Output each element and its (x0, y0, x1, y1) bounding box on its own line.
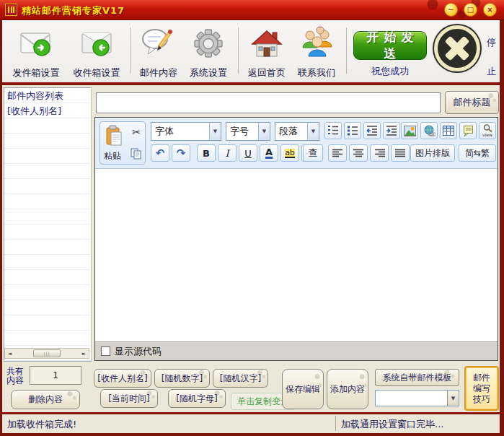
list-item[interactable]: [收件人别名] (7, 105, 61, 118)
close-button[interactable]: × (483, 3, 497, 17)
maximize-button[interactable]: □ (464, 3, 477, 17)
list-header: 邮件内容列表 (7, 90, 63, 103)
send-area: 开始发送 祝您成功 (351, 25, 429, 81)
paste-button[interactable]: 粘贴 ✂ (100, 121, 146, 165)
editor-canvas[interactable] (95, 168, 498, 341)
convert-simplified-traditional-button[interactable]: 简⇆繁 (459, 144, 496, 162)
home-icon (248, 25, 286, 62)
system-template-button[interactable]: 系统自带邮件模板 (375, 369, 459, 386)
insert-table-button[interactable] (440, 122, 457, 139)
align-left-button[interactable] (328, 144, 347, 162)
scrollbar-thumb[interactable]: ||| (33, 349, 61, 357)
toolbar-contact-us[interactable]: 联系我们 (292, 25, 341, 81)
status-bar: 加载收件箱完成! 加载通用设置窗口完毕... (2, 414, 500, 433)
undo-redo-group: ↶ ↷ (151, 144, 190, 162)
bullet-list-button[interactable] (344, 122, 361, 139)
var-recipient-alias-button[interactable]: [收件人别名] (94, 369, 151, 388)
ordered-list-button[interactable] (324, 122, 342, 139)
status-separator (335, 416, 336, 431)
start-send-button[interactable]: 开始发送 (353, 31, 427, 60)
var-random-number-button[interactable]: [随机数字] (154, 369, 210, 388)
gear-icon (190, 25, 227, 62)
people-icon (298, 25, 335, 62)
toolbar-system-settings[interactable]: 系统设置 (184, 25, 233, 81)
indent-button[interactable] (383, 122, 400, 139)
chevron-down-icon: ▼ (307, 123, 319, 140)
title-bar: 精站邮件营销专家V17 ─ □ × (0, 0, 504, 20)
toolbar-separator (346, 27, 347, 74)
toolbar-inbox-settings[interactable]: 收件箱设置 (67, 25, 126, 81)
main-toolbar: 发件箱设置 收件箱设置 (2, 20, 500, 84)
inbox-envelope-icon (78, 25, 115, 62)
status-divider-line (0, 412, 504, 414)
main-area: 邮件内容列表 [收件人别名] ◄ ||| ► 共有 内容 1 删除内容 邮件标题 (2, 85, 500, 412)
source-code-strip: 显示源代码 (95, 341, 498, 360)
outbox-envelope-icon (17, 25, 55, 62)
align-group (328, 144, 410, 162)
font-select[interactable]: 字体 ▼ (151, 122, 221, 141)
font-size-select[interactable]: 字号 ▼ (226, 122, 270, 141)
insert-image-button[interactable] (401, 122, 418, 139)
toolbar-separator (130, 27, 131, 74)
mail-writing-tips-button[interactable]: 邮件 编写 技巧 (464, 366, 499, 411)
copy-icon[interactable] (131, 148, 142, 160)
align-right-button[interactable] (370, 144, 389, 162)
outdent-button[interactable] (363, 122, 381, 139)
scroll-left-arrow[interactable]: ◄ (5, 349, 14, 358)
check-button[interactable]: 查 (303, 144, 323, 162)
var-random-letter-button[interactable]: [随机字母] (168, 389, 226, 408)
status-right-text: 加载通用设置窗口完毕... (341, 418, 443, 431)
toolbar-outbox-settings[interactable]: 发件箱设置 (6, 25, 66, 81)
preview-button[interactable]: view (479, 122, 496, 139)
highlight-button[interactable]: ab (280, 144, 299, 162)
source-code-checkbox[interactable] (101, 346, 110, 356)
insert-link-button[interactable] (420, 122, 438, 139)
bold-button[interactable]: B (197, 144, 216, 162)
window-title: 精站邮件营销专家V17 (22, 4, 125, 17)
email-title-input[interactable] (96, 92, 441, 113)
var-random-hanzi-button[interactable]: [随机汉字] (213, 369, 268, 388)
stop-button[interactable] (434, 25, 480, 71)
chevron-down-icon: ▼ (209, 123, 221, 140)
source-code-label: 显示源代码 (115, 345, 162, 358)
underline-button[interactable]: U (239, 144, 257, 162)
app-logo-icon (5, 4, 17, 16)
scroll-right-arrow[interactable]: ► (79, 349, 89, 358)
template-select[interactable]: ▼ (375, 390, 459, 406)
paragraph-select[interactable]: 段落 ▼ (275, 122, 319, 141)
save-edit-button[interactable]: 保存编辑 (282, 369, 324, 409)
redo-button[interactable]: ↷ (172, 144, 190, 162)
minimize-button[interactable]: ─ (444, 3, 458, 17)
mail-content-list[interactable]: 邮件内容列表 [收件人别名] (4, 87, 92, 362)
insert-button-group: view (401, 122, 496, 139)
email-title-button[interactable]: 邮件标题 (445, 91, 499, 114)
editor-panel: 粘贴 ✂ 字体 ▼ 字号 ▼ 段落 (94, 117, 498, 361)
italic-button[interactable]: I (218, 144, 236, 162)
status-left-text: 加载收件箱完成! (7, 418, 76, 431)
chevron-down-icon: ▼ (447, 391, 459, 406)
stop-label-top: 停 (487, 36, 496, 49)
mail-content-icon (140, 25, 177, 62)
delete-content-button[interactable]: 删除内容 (11, 390, 80, 409)
cut-scissors-icon[interactable]: ✂ (132, 126, 141, 138)
var-current-time-button[interactable]: [当前时间] (100, 389, 158, 408)
format-group: B I U A ab (197, 144, 320, 162)
toolbar-mail-content[interactable]: 邮件内容 (135, 25, 182, 81)
view-label: view (482, 132, 492, 137)
total-content-value: 1 (30, 366, 81, 385)
font-color-button[interactable]: A (260, 144, 278, 162)
send-caption: 祝您成功 (351, 65, 429, 78)
stop-label-bottom: 止 (487, 65, 496, 78)
insert-comment-button[interactable] (459, 122, 477, 139)
total-content-label: 共有 内容 (6, 367, 24, 385)
align-justify-button[interactable] (391, 144, 410, 162)
add-content-button[interactable]: 添加内容 (327, 369, 368, 409)
list-horizontal-scrollbar[interactable]: ◄ ||| ► (4, 348, 89, 359)
app-window: 精站邮件营销专家V17 ─ □ × 发件箱设置 (0, 0, 504, 436)
image-layout-button[interactable]: 图片排版 (410, 144, 455, 162)
undo-button[interactable]: ↶ (151, 144, 169, 162)
align-center-button[interactable] (349, 144, 368, 162)
toolbar-home[interactable]: 返回首页 (243, 25, 291, 81)
toolbar-separator (238, 27, 239, 74)
chevron-down-icon: ▼ (258, 123, 270, 140)
